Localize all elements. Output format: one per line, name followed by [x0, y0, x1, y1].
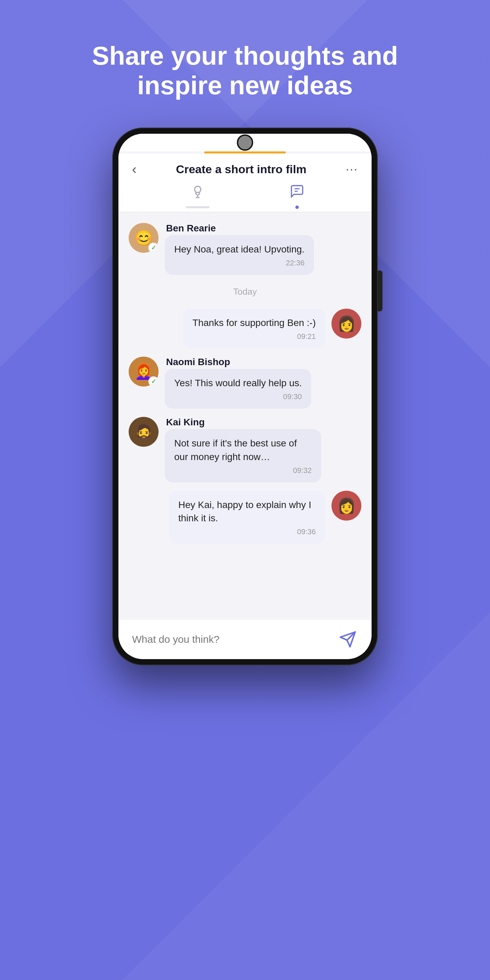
message-text: Thanks for supporting Ben :-) [192, 316, 316, 329]
avatar-image: 🧔 [129, 417, 159, 447]
phone-mockup: ‹ Create a short intro film ··· [112, 127, 378, 665]
message-row: 👩‍🦰 ✓ Naomi Bishop Yes! This would reall… [129, 356, 361, 409]
camera-notch [237, 134, 253, 151]
message-bubble-wrap: Thanks for supporting Ben :-) 09:21 [183, 309, 325, 348]
message-time: 09:32 [174, 466, 312, 475]
message-bubble-wrap: Ben Rearie Hey Noa, great idea! Upvoting… [165, 223, 314, 275]
avatar: 👩 [331, 491, 361, 520]
message-bubble-wrap: Hey Kai, happy to explain why I think it… [169, 491, 325, 544]
chat-title: Create a short intro film [176, 163, 307, 176]
message-row: 😊 ✓ Ben Rearie Hey Noa, great idea! Upvo… [129, 223, 361, 275]
date-divider: Today [129, 286, 361, 297]
avatar-image: 👩 [331, 491, 361, 520]
send-button[interactable] [337, 629, 358, 649]
message-text: Not sure if it's the best use of our mon… [174, 437, 312, 463]
avatar: 👩 [331, 309, 361, 339]
page-headline: Share your thoughts and inspire new idea… [58, 0, 432, 127]
avatar-check-icon: ✓ [148, 243, 159, 253]
message-row: 🧔 Kai King Not sure if it's the best use… [129, 417, 361, 482]
input-bar [118, 619, 372, 659]
tab-idea[interactable] [186, 185, 210, 211]
message-bubble: Not sure if it's the best use of our mon… [165, 429, 321, 482]
message-text: Hey Noa, great idea! Upvoting. [174, 243, 305, 256]
avatar: 🧔 [129, 417, 159, 447]
message-bubble: Hey Kai, happy to explain why I think it… [169, 491, 325, 544]
tab-chat[interactable] [290, 184, 305, 212]
message-time: 09:30 [174, 392, 302, 401]
chat-area: 😊 ✓ Ben Rearie Hey Noa, great idea! Upvo… [118, 213, 372, 619]
message-bubble: Yes! This would really help us. 09:30 [165, 369, 311, 409]
chat-header: ‹ Create a short intro film ··· [118, 153, 372, 177]
message-sender-name: Ben Rearie [165, 223, 314, 234]
message-input[interactable] [132, 633, 331, 645]
message-bubble: Thanks for supporting Ben :-) 09:21 [183, 309, 325, 348]
message-sender-name: Kai King [165, 417, 321, 428]
more-button[interactable]: ··· [346, 162, 358, 176]
message-time: 22:36 [174, 259, 305, 267]
back-button[interactable]: ‹ [132, 162, 137, 177]
phone-screen: ‹ Create a short intro film ··· [118, 134, 372, 659]
avatar: 😊 ✓ [129, 223, 159, 253]
tab-bar [118, 177, 372, 212]
message-row: 👩 Thanks for supporting Ben :-) 09:21 [129, 309, 361, 348]
chat-icon [290, 184, 305, 202]
message-row: 👩 Hey Kai, happy to explain why I think … [129, 491, 361, 544]
message-time: 09:36 [178, 527, 316, 536]
avatar-check-icon: ✓ [148, 376, 159, 387]
message-bubble-wrap: Naomi Bishop Yes! This would really help… [165, 356, 311, 409]
tab-idea-indicator [186, 206, 210, 208]
message-text: Yes! This would really help us. [174, 376, 302, 390]
message-time: 09:21 [192, 332, 316, 341]
message-bubble: Hey Noa, great idea! Upvoting. 22:36 [165, 235, 314, 275]
message-bubble-wrap: Kai King Not sure if it's the best use o… [165, 417, 321, 482]
svg-point-0 [194, 186, 200, 192]
lightbulb-icon [190, 185, 205, 203]
phone-frame: ‹ Create a short intro film ··· [112, 127, 378, 665]
notch-bar [118, 134, 372, 151]
message-sender-name: Naomi Bishop [165, 356, 311, 368]
avatar-image: 👩 [331, 309, 361, 339]
tab-chat-dot [295, 205, 299, 209]
message-text: Hey Kai, happy to explain why I think it… [178, 498, 316, 525]
avatar: 👩‍🦰 ✓ [129, 356, 159, 387]
